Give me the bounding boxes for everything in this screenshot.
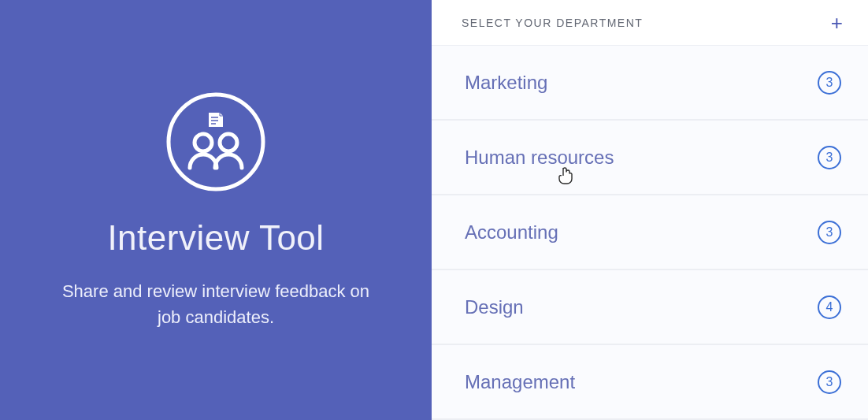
department-name: Human resources <box>465 147 614 169</box>
count-badge: 4 <box>818 295 841 319</box>
interview-group-icon <box>165 91 267 196</box>
count-badge: 3 <box>818 146 841 169</box>
department-item-marketing[interactable]: Marketing 3 <box>432 46 868 121</box>
department-item-human-resources[interactable]: Human resources 3 <box>432 121 868 195</box>
hero-title: Interview Tool <box>107 218 324 258</box>
department-panel: SELECT YOUR DEPARTMENT + Marketing 3 Hum… <box>432 0 868 420</box>
department-list: Marketing 3 Human resources 3 Accounting… <box>432 46 868 420</box>
department-item-management[interactable]: Management 3 <box>432 345 868 420</box>
department-name: Marketing <box>465 72 547 94</box>
hero-panel: Interview Tool Share and review intervie… <box>0 0 432 420</box>
department-header: SELECT YOUR DEPARTMENT + <box>432 0 868 46</box>
department-item-design[interactable]: Design 4 <box>432 270 868 345</box>
app-root: Interview Tool Share and review intervie… <box>0 0 868 420</box>
svg-point-0 <box>169 95 263 189</box>
count-badge: 3 <box>818 221 841 244</box>
department-name: Management <box>465 371 575 393</box>
svg-point-5 <box>220 134 237 151</box>
count-badge: 3 <box>818 71 841 95</box>
count-badge: 3 <box>818 370 841 394</box>
department-item-accounting[interactable]: Accounting 3 <box>432 195 868 270</box>
department-name: Design <box>465 296 524 318</box>
svg-point-4 <box>195 134 212 151</box>
department-name: Accounting <box>465 221 558 243</box>
add-department-icon[interactable]: + <box>831 13 843 33</box>
department-header-label: SELECT YOUR DEPARTMENT <box>462 17 643 29</box>
hero-subtitle: Share and review interview feedback on j… <box>50 278 381 330</box>
